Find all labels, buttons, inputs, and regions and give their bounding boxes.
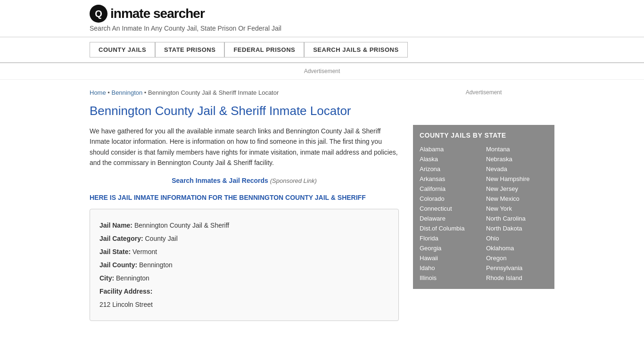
state-link[interactable]: Montana — [486, 145, 548, 154]
page-title: Bennington County Jail & Sheriff Inmate … — [90, 104, 399, 118]
state-link[interactable]: Illinois — [420, 273, 481, 282]
state-box-title: COUNTY JAILS BY STATE — [420, 132, 548, 139]
sidebar: Advertisement COUNTY JAILS BY STATE Alab… — [413, 80, 554, 330]
jail-address-label: Facility Address: — [99, 288, 152, 295]
state-link[interactable]: New Hampshire — [486, 174, 548, 183]
jail-city-label: City: — [99, 274, 114, 282]
sponsored-link[interactable]: Search Inmates & Jail Records — [172, 177, 270, 184]
county-jails-nav[interactable]: COUNTY JAILS — [90, 42, 155, 58]
state-link[interactable]: Pennsylvania — [486, 263, 548, 272]
content-area: Home • Bennington • Bennington County Ja… — [90, 80, 399, 330]
state-link[interactable]: Nevada — [486, 165, 548, 173]
state-col-left: AlabamaAlaskaArizonaArkansasCaliforniaCo… — [420, 145, 481, 282]
state-col-right: MontanaNebraskaNevadaNew HampshireNew Je… — [486, 145, 548, 282]
state-link[interactable]: Dist.of Columbia — [420, 224, 481, 233]
state-link[interactable]: Colorado — [420, 194, 481, 203]
breadcrumb-city[interactable]: Bennington — [111, 89, 142, 96]
state-link[interactable]: Idaho — [420, 263, 481, 272]
state-link[interactable]: Florida — [420, 234, 481, 243]
sponsored-section: Search Inmates & Jail Records (Sponsored… — [90, 177, 399, 184]
tagline: Search An Inmate In Any County Jail, Sta… — [90, 25, 554, 32]
jail-address-value-row: 212 Lincoln Street — [99, 298, 389, 311]
nav-buttons: COUNTY JAILS STATE PRISONS FEDERAL PRISO… — [90, 42, 554, 58]
state-link[interactable]: California — [420, 184, 481, 193]
jail-city-row: City: Bennington — [99, 272, 389, 285]
jail-name-label: Jail Name: — [99, 222, 132, 229]
state-columns: AlabamaAlaskaArizonaArkansasCaliforniaCo… — [420, 145, 548, 282]
state-link[interactable]: New York — [486, 204, 548, 213]
main-content: Home • Bennington • Bennington County Ja… — [0, 80, 644, 330]
state-box: COUNTY JAILS BY STATE AlabamaAlaskaArizo… — [413, 125, 554, 289]
state-link[interactable]: Hawaii — [420, 254, 481, 263]
federal-prisons-nav[interactable]: FEDERAL PRISONS — [224, 42, 304, 58]
state-link[interactable]: Alaska — [420, 155, 481, 164]
state-link[interactable]: New Jersey — [486, 184, 548, 193]
breadcrumb-home[interactable]: Home — [90, 89, 106, 96]
state-link[interactable]: Alabama — [420, 145, 481, 154]
state-link[interactable]: Georgia — [420, 244, 481, 253]
jail-state-row: Jail State: Vermont — [99, 245, 389, 258]
state-link[interactable]: Ohio — [486, 234, 548, 243]
sponsored-note: (Sponsored Link) — [270, 177, 317, 184]
state-prisons-nav[interactable]: STATE PRISONS — [155, 42, 224, 58]
breadcrumb-current: Bennington County Jail & Sheriff Inmate … — [148, 89, 279, 96]
state-link[interactable]: Rhode Island — [486, 273, 548, 282]
jail-state-label: Jail State: — [99, 248, 131, 255]
jail-county-label: Jail County: — [99, 261, 137, 269]
state-link[interactable]: Delaware — [420, 214, 481, 223]
jail-county-row: Jail County: Bennington — [99, 258, 389, 272]
page-description: We have gathered for you all the availab… — [90, 126, 399, 168]
ad-banner: Advertisement — [0, 63, 644, 80]
jail-info-box: Jail Name: Bennington County Jail & Sher… — [90, 209, 399, 321]
jail-category-row: Jail Category: County Jail — [99, 232, 389, 245]
state-link[interactable]: Arizona — [420, 165, 481, 173]
sidebar-ad: Advertisement — [413, 89, 554, 117]
header: Q inmate searcher Search An Inmate In An… — [0, 0, 644, 37]
state-link[interactable]: Oklahoma — [486, 244, 548, 253]
state-link[interactable]: North Carolina — [486, 214, 548, 223]
state-link[interactable]: New Mexico — [486, 194, 548, 203]
logo-icon: Q — [90, 5, 107, 23]
search-jails-nav[interactable]: SEARCH JAILS & PRISONS — [304, 42, 407, 58]
jail-category-label: Jail Category: — [99, 235, 143, 242]
jail-address-value: 212 Lincoln Street — [99, 301, 153, 308]
jail-name-row: Jail Name: Bennington County Jail & Sher… — [99, 219, 389, 232]
state-link[interactable]: Oregon — [486, 254, 548, 263]
state-link[interactable]: Connecticut — [420, 204, 481, 213]
info-heading: HERE IS JAIL INMATE INFORMATION FOR THE … — [90, 194, 399, 201]
logo-text: inmate searcher — [110, 6, 205, 21]
breadcrumb: Home • Bennington • Bennington County Ja… — [90, 89, 399, 96]
state-link[interactable]: Arkansas — [420, 174, 481, 183]
jail-address-row: Facility Address: — [99, 285, 389, 298]
navigation: COUNTY JAILS STATE PRISONS FEDERAL PRISO… — [0, 37, 644, 63]
logo-area: Q inmate searcher — [90, 5, 554, 23]
state-link[interactable]: North Dakota — [486, 224, 548, 233]
state-link[interactable]: Nebraska — [486, 155, 548, 164]
